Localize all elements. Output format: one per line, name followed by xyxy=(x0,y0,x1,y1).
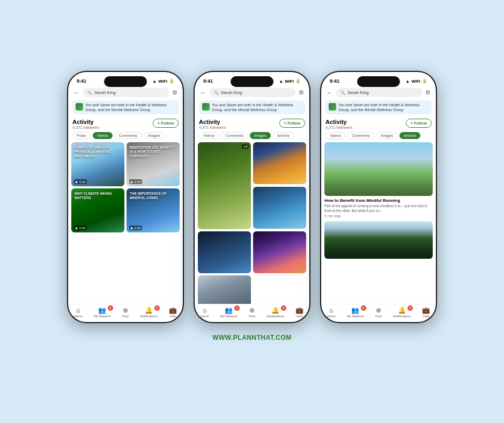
follow-label-3: + Follow xyxy=(411,121,427,126)
nav-post-2[interactable]: ⊕ Post xyxy=(249,307,255,318)
nav-notifications-2[interactable]: 🔔 5 Notifications xyxy=(266,307,284,318)
image-thumb-6[interactable] xyxy=(198,275,251,304)
search-input-2[interactable]: 🔍 Sarah King xyxy=(210,88,295,97)
gear-icon-2[interactable]: ⚙ xyxy=(299,89,304,96)
nav-post-3[interactable]: ⊕ Post xyxy=(375,307,382,318)
nav-post-label-3: Post xyxy=(375,315,382,318)
phone-notch-2 xyxy=(231,76,273,87)
home-icon-2: ⌂ xyxy=(203,307,206,314)
phone-3: 9:41 ▲ WiFi 🔋 ← 🔍 Sarah King ⚙ You and S… xyxy=(320,71,437,323)
post-icon-1: ⊕ xyxy=(123,307,128,314)
video-thumb-2[interactable]: Meditation 101: What It Is & How To Get … xyxy=(127,142,180,186)
tab-articles-3[interactable]: Articles xyxy=(399,132,420,139)
network-icon-1: 👥 xyxy=(98,307,106,314)
tab-videos-2[interactable]: Videos xyxy=(199,132,219,139)
image-thumb-3[interactable] xyxy=(253,187,306,229)
nav-home-label-2: Home xyxy=(201,315,209,318)
image-thumb-5[interactable] xyxy=(253,231,306,273)
nav-jobs-1[interactable]: 💼 Jobs xyxy=(169,307,177,318)
nav-notifications-label-1: Notifications xyxy=(140,315,158,318)
search-icon-2: 🔍 xyxy=(214,91,219,95)
status-time-2: 9:41 xyxy=(203,78,213,84)
content-articles: How to Benefit from Mindful Running Part… xyxy=(321,141,436,304)
gear-icon-1[interactable]: ⚙ xyxy=(172,89,177,96)
search-bar-3: ← 🔍 Sarah King ⚙ xyxy=(321,87,436,98)
home-icon-3: ⌂ xyxy=(329,307,333,314)
image-thumb-2[interactable] xyxy=(253,142,306,184)
jobs-icon-2: 💼 xyxy=(295,307,303,314)
jobs-icon-1: 💼 xyxy=(169,307,177,314)
nav-notifications-1[interactable]: 🔔 2 Notifications xyxy=(140,307,158,318)
shared-banner-1: You and Sarah are both in the Health & W… xyxy=(72,100,179,114)
nav-home-3[interactable]: ⌂ Home xyxy=(327,307,336,318)
post-icon-2: ⊕ xyxy=(249,307,255,314)
video-thumb-3[interactable]: Why Climate Hiking Matters ▶ 0:45 xyxy=(71,188,124,232)
back-button-3[interactable]: ← xyxy=(327,89,333,97)
follow-button-2[interactable]: + Follow xyxy=(279,119,305,128)
tab-images-2[interactable]: Images xyxy=(250,132,271,139)
tab-images-3[interactable]: Images xyxy=(376,132,397,139)
video-grid: 5 Ways to Unlock Physical & Mental Welln… xyxy=(71,142,180,232)
nav-network-1[interactable]: 👥 2 My Network xyxy=(94,307,111,318)
search-input-1[interactable]: 🔍 Sarah King xyxy=(83,88,169,97)
tab-images-1[interactable]: Images xyxy=(144,132,165,139)
nav-jobs-label-1: Jobs xyxy=(169,315,176,318)
image-thumb-4[interactable] xyxy=(198,231,251,273)
video-label-3: Why Climate Hiking Matters xyxy=(75,192,121,200)
nav-notifications-label-2: Notifications xyxy=(266,315,284,318)
nav-post-1[interactable]: ⊕ Post xyxy=(122,307,129,318)
image-thumb-1[interactable]: +4 xyxy=(198,142,251,229)
followers-2: 4,371 followers xyxy=(199,125,226,130)
notifications-badge-3: 5 xyxy=(407,305,413,311)
tab-comments-1[interactable]: Comments xyxy=(115,132,142,139)
tab-videos-1[interactable]: Videos xyxy=(93,132,113,139)
nav-home-label-3: Home xyxy=(327,315,336,318)
video-duration-3: ▶ 0:45 xyxy=(74,225,87,230)
back-button-1[interactable]: ← xyxy=(73,89,80,97)
content-videos: 5 Ways to Unlock Physical & Mental Welln… xyxy=(68,141,183,304)
video-thumb-1[interactable]: 5 Ways to Unlock Physical & Mental Welln… xyxy=(71,142,124,186)
nav-network-label-2: My Network xyxy=(220,315,238,318)
follow-label-1: + Follow xyxy=(158,121,174,126)
back-button-2[interactable]: ← xyxy=(200,89,206,97)
nav-home-2[interactable]: ⌂ Home xyxy=(201,307,209,318)
nav-jobs-2[interactable]: 💼 Jobs xyxy=(295,307,303,318)
nav-notifications-3[interactable]: 🔔 5 Notifications xyxy=(393,307,411,318)
video-label-2: Meditation 101: What It Is & How To Get … xyxy=(130,145,176,158)
tab-posts-1[interactable]: Posts xyxy=(72,132,91,139)
article-card-1[interactable]: How to Benefit from Mindful Running Part… xyxy=(324,142,433,218)
nav-home-1[interactable]: ⌂ Home xyxy=(74,307,83,318)
follow-button-3[interactable]: + Follow xyxy=(406,119,432,128)
tab-videos-3[interactable]: Videos xyxy=(325,132,345,139)
article-image-1 xyxy=(324,142,433,196)
network-badge-3: 2 xyxy=(361,305,366,311)
search-input-3[interactable]: 🔍 Sarah King xyxy=(336,88,422,97)
tab-comments-2[interactable]: Comments xyxy=(221,132,248,139)
nav-jobs-3[interactable]: 💼 Jobs xyxy=(422,307,430,318)
phone-1: 9:41 ▲ WiFi 🔋 ← 🔍 Sarah King ⚙ You and S… xyxy=(67,71,184,323)
tabs-row-2: Videos Comments Images Articles xyxy=(195,131,309,141)
nav-network-3[interactable]: 👥 2 My Network xyxy=(347,307,364,318)
article-excerpt-1: Part of the appeal of running is how min… xyxy=(324,204,433,213)
nav-notifications-label-3: Notifications xyxy=(393,315,411,318)
nav-network-label-3: My Network xyxy=(347,315,364,318)
banner-icon-3 xyxy=(329,103,336,111)
nav-jobs-label-2: Jobs xyxy=(296,315,303,318)
nav-jobs-label-3: Jobs xyxy=(423,315,429,318)
nav-network-2[interactable]: 👥 2 My Network xyxy=(220,307,238,318)
tab-comments-3[interactable]: Comments xyxy=(347,132,374,139)
network-icon-2: 👥 xyxy=(225,307,233,314)
network-badge-2: 2 xyxy=(234,305,240,311)
status-icons-2: ▲ WiFi 🔋 xyxy=(279,79,301,84)
tabs-row-1: Posts Videos Comments Images xyxy=(68,131,183,141)
banner-icon-2 xyxy=(202,103,210,111)
activity-header-1: Activity 4,371 followers + Follow xyxy=(68,116,183,131)
video-thumb-4[interactable]: The Importance of Mindful Living ▶ 0:35 xyxy=(127,188,180,232)
tab-articles-2[interactable]: Articles xyxy=(273,132,294,139)
banner-text-2: You and Sarah are both in the Health & W… xyxy=(212,103,302,112)
follow-button-1[interactable]: + Follow xyxy=(153,119,179,128)
article-image-2[interactable] xyxy=(324,221,433,259)
status-time-1: 9:41 xyxy=(77,78,86,84)
gear-icon-3[interactable]: ⚙ xyxy=(425,89,431,96)
search-bar-2: ← 🔍 Sarah King ⚙ xyxy=(195,87,309,98)
